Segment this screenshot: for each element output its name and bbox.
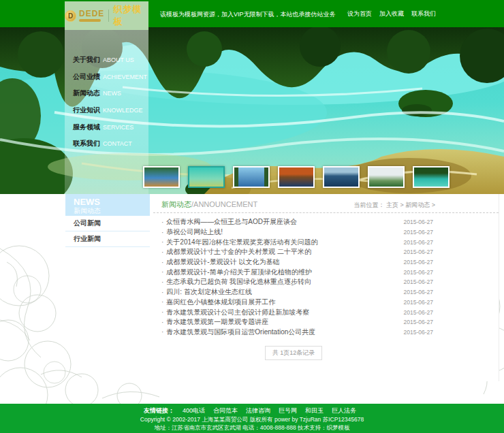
news-row: ·成都景观设计-简单介绍关于屋顶绿化植物的维护2015-06-27 [153, 267, 499, 277]
news-date: 2015-06-27 [404, 329, 433, 336]
news-row: ·青水建筑景观设计公司主创设计师赴新加坡考察2015-06-27 [153, 307, 499, 317]
copyright-text: Copyright © 2002-2017 上海某某商贸公司 版权所有 powe… [0, 415, 504, 423]
news-date: 2015-06-27 [404, 259, 433, 266]
add-favorite-link[interactable]: 加入收藏 [379, 10, 404, 18]
hero-thumbnail-7[interactable] [413, 166, 450, 188]
menu-label-cn: 行业知识 [73, 106, 100, 115]
logo-subtext-bar [79, 19, 101, 22]
bullet-icon: · [161, 238, 163, 246]
bullet-icon: · [161, 319, 163, 326]
news-date: 2015-06-27 [404, 319, 433, 325]
footer-link[interactable]: 400电话 [183, 407, 205, 414]
bullet-icon: · [161, 219, 163, 226]
news-link[interactable]: 关于2014年园冶杯住宅景观奖竞赛活动有关问题的 [166, 238, 398, 247]
sidebar-item-company-news[interactable]: 公司新闻 [65, 216, 150, 231]
news-link[interactable]: 成都景观设计-简单介绍关于屋顶绿化植物的维护 [166, 268, 398, 277]
footer-link[interactable]: 巨号网 [279, 407, 297, 414]
news-date: 2015-06-27 [404, 229, 433, 236]
bullet-icon: · [161, 298, 163, 306]
dede-coin-icon: D [65, 10, 76, 22]
news-link[interactable]: 众恒青水阀——众恒王总与AOD开展座谈会 [166, 217, 398, 227]
breadcrumb-separator: > [400, 202, 403, 208]
hero-thumbnail-1[interactable] [143, 166, 180, 188]
menu-label-cn: 新闻动态 [73, 89, 100, 98]
news-date: 2015-06-27 [404, 239, 433, 246]
logo-brand-cn: 织梦模板 [113, 3, 148, 28]
menu-label-en: NEWS [103, 90, 121, 97]
menu-item-news[interactable]: 新闻动态 NEWS [65, 85, 148, 102]
hero-thumbnail-6[interactable] [368, 166, 405, 188]
bullet-icon: · [161, 278, 163, 286]
sidebar-title-en: NEWS [74, 197, 150, 207]
menu-item-knowledge[interactable]: 行业知识 KNOWLEDGE [65, 102, 148, 119]
contact-us-link[interactable]: 联系我们 [411, 10, 436, 18]
logo-brand-text: DEDE [79, 10, 104, 18]
address-text: 地址：江苏省南京市玄武区玄武湖 电话：4008-888-888 技术支持：织梦模… [0, 423, 504, 432]
news-row: ·青水建筑景观与国际项目运营Orientation公司共度2015-06-27 [153, 327, 499, 338]
news-list: ·众恒青水阀——众恒王总与AOD开展座谈会2015-06-27 ·恭祝公司网站上… [153, 213, 499, 337]
bullet-icon: · [161, 259, 163, 266]
bullet-icon: · [161, 328, 163, 336]
news-date: 2015-06-27 [404, 309, 433, 316]
logo-divider [108, 10, 109, 22]
menu-label-en: ACHIEVEMENT [103, 74, 147, 80]
menu-item-achievement[interactable]: 公司业绩 ACHIEVEMENT [65, 69, 148, 86]
news-link[interactable]: 青水建筑景观第一期景观专题讲座 [166, 317, 398, 327]
content-area: NEWS 新闻动态 公司新闻 行业新闻 新闻动态/ANNOUNCEMENT 当前… [0, 194, 504, 404]
footer-link[interactable]: 法律咨询 [246, 407, 270, 414]
menu-label-cn: 关于我们 [73, 55, 100, 65]
news-date: 2015-06-27 [404, 299, 433, 306]
news-link[interactable]: 生态承载力已超负荷 我国绿化造林重点逐步转向 [166, 277, 398, 287]
bullet-icon: · [161, 248, 163, 256]
menu-item-services[interactable]: 服务领域 SERVICES [65, 118, 148, 135]
breadcrumb: 当前位置： 主页 > 新闻动态 > [353, 201, 435, 210]
hero-banner: 关于我们 ABOUT US 公司业绩 ACHIEVEMENT 新闻动态 NEWS… [0, 27, 504, 194]
menu-label-cn: 公司业绩 [73, 72, 100, 82]
hero-thumbnail-4[interactable] [278, 166, 315, 188]
menu-item-about[interactable]: 关于我们 ABOUT US [65, 52, 148, 69]
breadcrumb-current-link[interactable]: 新闻动态 [405, 202, 430, 208]
friend-links-label: 友情链接： [144, 407, 174, 414]
sidebar-item-industry-news[interactable]: 行业新闻 [65, 231, 150, 247]
news-link[interactable]: 成都景观设计-景观设计 以文化为基础 [166, 257, 398, 267]
news-link[interactable]: 青水建筑景观设计公司主创设计师赴新加坡考察 [166, 308, 398, 317]
menu-label-en: KNOWLEDGE [103, 107, 143, 114]
news-link[interactable]: 嘉闵红色小镇整体规划项目展开工作 [166, 298, 398, 307]
news-panel: 新闻动态/ANNOUNCEMENT 当前位置： 主页 > 新闻动态 > ·众恒青… [153, 194, 499, 381]
bullet-icon: · [161, 308, 163, 316]
news-date: 2015-06-27 [404, 289, 433, 295]
menu-item-contact[interactable]: 联系我们 CONTACT [65, 135, 148, 153]
news-link[interactable]: 青水建筑景观与国际项目运营Orientation公司共度 [166, 327, 398, 337]
hero-thumbnail-strip [143, 166, 450, 188]
news-row: ·恭祝公司网站上线!2015-06-27 [153, 227, 499, 238]
footer: 友情链接：400电话合同范本法律咨询巨号网和田玉巨人法务 Copyright ©… [0, 404, 504, 433]
footer-link[interactable]: 合同范本 [213, 407, 238, 414]
friend-links: 友情链接：400电话合同范本法律咨询巨号网和田玉巨人法务 [0, 406, 504, 415]
hero-thumbnail-3[interactable] [233, 166, 270, 188]
news-date: 2015-06-27 [404, 219, 433, 225]
page-title: 新闻动态/ANNOUNCEMENT [161, 199, 257, 210]
footer-link[interactable]: 巨人法务 [332, 407, 356, 414]
news-row: ·成都景观设计寸土寸金的中关村景观 二十平米的2015-06-27 [153, 247, 499, 257]
news-link[interactable]: 四川: 首次划定林业生态红线 [166, 287, 398, 297]
breadcrumb-separator: > [432, 202, 435, 208]
bullet-icon: · [161, 268, 163, 276]
news-sidebar: NEWS 新闻动态 公司新闻 行业新闻 [65, 194, 150, 247]
set-home-link[interactable]: 设为首页 [347, 10, 372, 18]
news-link[interactable]: 恭祝公司网站上线! [166, 227, 398, 237]
news-row: ·四川: 首次划定林业生态红线2015-06-27 [153, 287, 499, 298]
news-row: ·成都景观设计-景观设计 以文化为基础2015-06-27 [153, 257, 499, 268]
topbar-links: 设为首页 加入收藏 联系我们 [347, 0, 436, 27]
panel-header: 新闻动态/ANNOUNCEMENT 当前位置： 主页 > 新闻动态 > [153, 194, 499, 213]
breadcrumb-home-link[interactable]: 主页 [386, 202, 398, 208]
news-link[interactable]: 成都景观设计寸土寸金的中关村景观 二十平米的 [166, 247, 398, 257]
breadcrumb-label: 当前位置： [353, 202, 384, 208]
footer-link[interactable]: 和田玉 [305, 407, 324, 414]
menu-label-cn: 联系我们 [73, 139, 100, 148]
news-sidebar-header: NEWS 新闻动态 [65, 194, 150, 216]
logo-brand: DEDE [79, 10, 104, 22]
hero-thumbnail-2-active[interactable] [188, 166, 225, 188]
news-row: ·关于2014年园冶杯住宅景观奖竞赛活动有关问题的2015-06-27 [153, 237, 499, 247]
site-logo[interactable]: D DEDE 织梦模板 [65, 1, 148, 30]
hero-thumbnail-5[interactable] [323, 166, 360, 188]
